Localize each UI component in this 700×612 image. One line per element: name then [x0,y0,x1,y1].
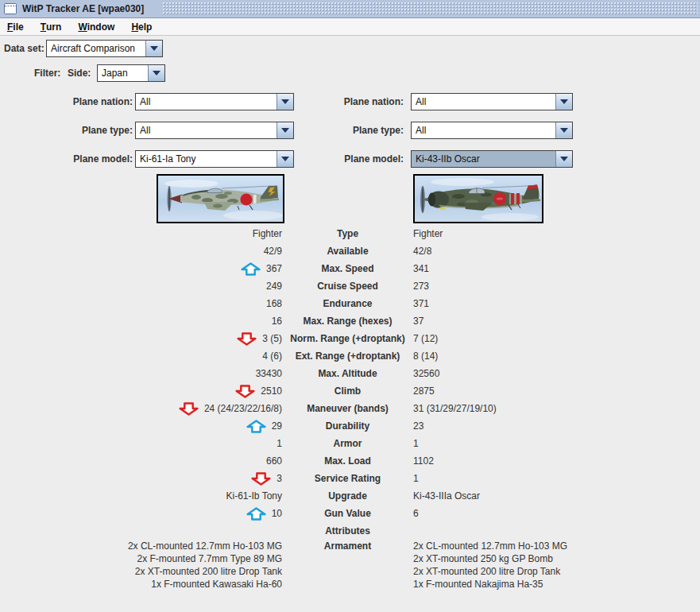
right-value: 37 [413,316,700,327]
right-value: 32560 [413,368,700,379]
arrow-down-icon [237,332,257,346]
stat-label: Norm. Range (+droptank) [282,333,413,344]
stat-label: Max. Range (hexes) [282,316,413,327]
stat-label: Max. Speed [282,263,413,274]
plane-nation-label-right: Plane nation: [270,93,404,110]
plane-model-label-left: Plane model: [0,150,133,168]
arrow-down-icon [179,402,199,416]
comparison-row: 10 Gun Value 6 [0,505,700,522]
arrow-down-icon [251,472,271,486]
combo-value: Ki-43-IIb Oscar [412,151,555,167]
comparison-row: 660 Max. Load 1102 [0,452,700,470]
left-value: 10 [0,507,282,521]
right-value: 23 [413,420,700,432]
combo-value: All [412,94,555,110]
comparison-row: 4 (6) Ext. Range (+droptank) 8 (14) [0,347,700,365]
plane-type-combo-right[interactable]: All [411,122,573,139]
menu-turn[interactable]: Turn [33,18,72,35]
right-value: 6 [413,508,700,519]
chevron-down-icon[interactable] [555,151,572,167]
combo-value: Ki-61-Ia Tony [136,151,277,167]
window-title: WitP Tracker AE [wpae030] [22,3,144,14]
combo-value: All [136,122,277,138]
chevron-down-icon[interactable] [148,65,164,81]
left-value: 249 [0,281,282,292]
right-value: Ki-43-IIIa Oscar [413,490,700,502]
right-value: Fighter [413,228,700,239]
filter-label: Filter: [34,64,60,82]
side-label: Side: [68,64,91,82]
side-combo-value: Japan [98,65,148,81]
comparison-row: 168 Endurance 371 [0,295,700,312]
chevron-down-icon[interactable] [145,41,162,56]
side-combo[interactable]: Japan [97,64,165,82]
stat-label: Maneuver (bands) [282,403,413,414]
menu-help[interactable]: Help [124,18,161,35]
menu-window[interactable]: Window [71,18,124,35]
comparison-row: 2510 Climb 2875 [0,382,700,400]
chevron-down-icon[interactable] [555,94,572,110]
left-value: 24 (24/23/22/16/8) [0,402,282,416]
aircraft-image-left [157,174,284,223]
menu-bar: File Turn Window Help [0,18,700,36]
dataset-label: Data set: [4,40,44,57]
comparison-row: Ki-61-Ib Tony Upgrade Ki-43-IIIa Oscar [0,487,700,505]
menu-file[interactable]: File [0,18,33,35]
arrow-down-icon [235,385,255,398]
left-value: 2x CL-mounted 12.7mm Ho-103 MG2x F-mount… [0,540,282,591]
comparison-row: Fighter Type Fighter [0,225,700,242]
plane-model-combo-right[interactable]: Ki-43-IIb Oscar [411,150,573,168]
right-value: 2x CL-mounted 12.7mm Ho-103 MG2x XT-moun… [413,540,700,591]
right-value: 341 [413,263,700,274]
stat-label: Max. Load [282,455,413,467]
stat-label: Durability [282,420,413,432]
comparison-row: Attributes [0,522,700,540]
stat-label: Endurance [282,298,413,309]
arrow-up-icon [246,507,266,521]
comparison-row: 249 Cruise Speed 273 [0,277,700,295]
title-bar[interactable]: WitP Tracker AE [wpae030] [0,0,700,18]
plane-type-label-left: Plane type: [0,122,133,139]
comparison-row: 16 Max. Range (hexes) 37 [0,312,700,330]
arrow-up-icon [246,420,266,433]
plane-nation-label-left: Plane nation: [0,93,133,110]
comparison-row: 2x CL-mounted 12.7mm Ho-103 MG2x F-mount… [0,540,700,591]
comparison-row: 29 Durability 23 [0,417,700,435]
left-value: 3 (5) [0,332,282,346]
titlebar-texture [163,2,698,15]
left-value: Fighter [0,228,282,239]
stat-label: Armor [282,438,413,449]
stat-label: Upgrade [282,490,413,502]
stat-label: Armament [282,540,413,552]
stat-label: Max. Altitude [282,368,413,379]
stat-label: Ext. Range (+droptank) [282,351,413,362]
app-window: WitP Tracker AE [wpae030] File Turn Wind… [0,0,700,612]
left-value: 367 [0,262,282,276]
comparison-row: 367 Max. Speed 341 [0,260,700,277]
right-value: 7 (12) [413,333,700,344]
aircraft-image-right [413,174,543,223]
stat-label: Type [282,228,413,239]
right-value: 31 (31/29/27/19/10) [413,403,700,414]
stat-label: Climb [282,385,413,397]
comparison-row: 42/9 Available 42/8 [0,242,700,260]
chevron-down-icon[interactable] [555,122,572,138]
left-value: 33430 [0,368,282,379]
right-value: 273 [413,281,700,292]
right-value: 1 [413,438,700,449]
plane-nation-combo-right[interactable]: All [411,93,573,110]
left-value: Ki-61-Ib Tony [0,490,282,502]
dataset-combo[interactable]: Aircraft Comparison [46,40,163,57]
plane-model-label-right: Plane model: [270,150,404,168]
comparison-table: Fighter Type Fighter 42/9 Available 42/8… [0,225,700,591]
stat-label: Cruise Speed [282,281,413,292]
comparison-row: 3 (5) Norm. Range (+droptank) 7 (12) [0,330,700,347]
left-value: 660 [0,455,282,467]
combo-value: All [136,94,277,110]
right-value: 1102 [413,455,700,467]
right-value: 42/8 [413,246,700,257]
right-value: 2875 [413,385,700,397]
combo-value: All [412,122,555,138]
stat-label: Gun Value [282,508,413,519]
left-value: 2510 [0,385,282,398]
